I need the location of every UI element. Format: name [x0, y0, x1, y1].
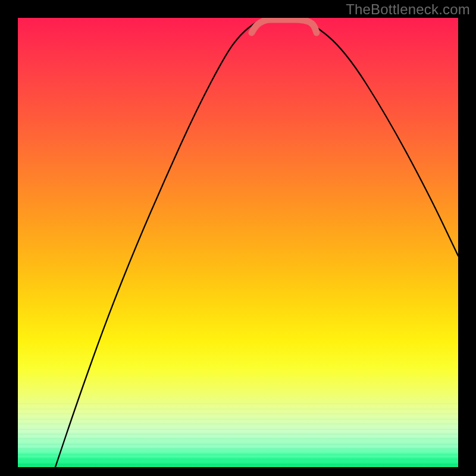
bottleneck-curve: [55, 20, 458, 467]
watermark-text: TheBottleneck.com: [346, 1, 470, 18]
sweet-spot-band: [252, 20, 317, 33]
curve-layer: [18, 18, 458, 467]
plot-area: [18, 18, 458, 467]
chart-frame: TheBottleneck.com: [0, 0, 476, 476]
